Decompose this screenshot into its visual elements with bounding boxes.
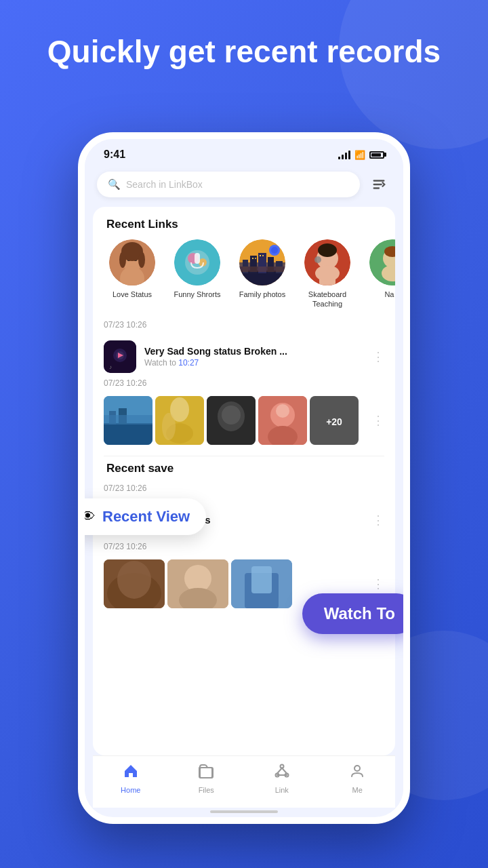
watch-to-text: Watch To [324, 604, 395, 623]
grid-img-2 [155, 396, 204, 445]
avatar-funny-img [174, 239, 220, 285]
nav-label-me: Me [352, 786, 363, 794]
avatar-na-img [369, 239, 395, 285]
home-icon [123, 763, 139, 783]
signal-bars-icon [338, 151, 350, 159]
svg-point-57 [222, 406, 241, 425]
link-item-na[interactable]: Na e [365, 239, 395, 309]
hero-title: Quickly get recent records [7, 34, 481, 70]
record-title-1: Very Sad Song status Broken ... [144, 346, 307, 357]
link-avatar-skate [304, 239, 350, 285]
more-icon-1[interactable]: ⋮ [372, 349, 384, 364]
recent-view-text: Recent View [102, 508, 190, 526]
record-thumb-1: ♪ [104, 340, 136, 373]
bottom-nav: Home Files [93, 755, 395, 808]
record-item-1[interactable]: ♪ Very Sad Song status Broken ... Watch … [93, 335, 395, 378]
save-date-2: 07/23 10:26 [93, 542, 395, 557]
record-info-1: Very Sad Song status Broken ... Watch to… [144, 346, 364, 368]
battery-icon [369, 151, 384, 159]
record-subtitle-1: Watch to 10:27 [144, 358, 364, 368]
svg-rect-27 [262, 255, 264, 256]
nav-label-files: Files [199, 786, 214, 794]
nav-item-home[interactable]: Home [107, 763, 155, 794]
svg-point-10 [138, 252, 145, 268]
svg-text:+20: +20 [326, 416, 342, 427]
grid-img-1 [104, 396, 152, 445]
svg-point-34 [318, 243, 337, 257]
svg-rect-25 [255, 258, 256, 259]
svg-rect-47 [104, 423, 152, 445]
divider-1 [104, 456, 384, 456]
svg-point-82 [354, 766, 360, 771]
nav-item-me[interactable]: Me [333, 763, 381, 794]
link-icon [274, 763, 290, 783]
link-avatar-na [369, 239, 395, 285]
wifi-icon: 📶 [354, 150, 365, 160]
avatar-love-img [109, 239, 155, 285]
link-avatar-love [109, 239, 155, 285]
grid-img-3 [207, 396, 256, 445]
files-icon [198, 763, 214, 783]
recent-links-title: Recent Links [93, 218, 395, 239]
link-avatar-family [239, 239, 285, 285]
save-img-2 [167, 559, 228, 608]
save-img-3 [231, 559, 292, 608]
phone-content: 🔍 Search in LinkBox Recent Links [85, 165, 403, 813]
link-item-funny[interactable]: Funny Shrorts [170, 239, 224, 309]
search-placeholder: Search in LinkBox [126, 179, 203, 190]
svg-rect-15 [195, 253, 200, 264]
record-date-1: 07/23 10:26 [93, 320, 395, 335]
nav-item-link[interactable]: Link [258, 763, 306, 794]
status-time: 9:41 [104, 149, 125, 161]
link-item-love[interactable]: Love Status [105, 239, 159, 309]
home-bar [210, 810, 278, 813]
svg-text:♪: ♪ [109, 364, 112, 370]
search-icon: 🔍 [108, 178, 121, 191]
svg-rect-36 [319, 271, 336, 285]
search-input-wrap[interactable]: 🔍 Search in LinkBox [97, 172, 360, 197]
svg-rect-24 [252, 258, 253, 259]
more-icon-3[interactable]: ⋮ [372, 513, 384, 528]
svg-rect-75 [200, 768, 212, 778]
link-item-family[interactable]: Family photos [235, 239, 289, 309]
avatar-skate-img [304, 239, 350, 285]
recent-view-bubble: 👁 Recent View [78, 498, 206, 535]
record-date-2: 07/23 10:26 [93, 378, 395, 393]
svg-point-35 [314, 256, 321, 263]
svg-rect-74 [251, 566, 272, 593]
svg-rect-26 [260, 255, 261, 256]
search-bar: 🔍 Search in LinkBox [97, 172, 391, 197]
svg-rect-50 [104, 415, 152, 425]
link-label-love: Love Status [113, 290, 152, 299]
main-card: Recent Links [93, 207, 395, 755]
link-label-na: Na e [384, 290, 395, 299]
avatar-family-img [239, 239, 285, 285]
nav-label-home: Home [121, 786, 140, 794]
recent-save-title: Recent save [93, 462, 395, 484]
svg-point-61 [276, 404, 289, 418]
grid-img-plus: +20 [310, 396, 359, 445]
more-icon-4[interactable]: ⋮ [372, 576, 384, 591]
link-label-funny: Funny Shrorts [174, 290, 220, 299]
phone-mockup: 9:41 📶 🔍 Search in LinkBox [78, 132, 410, 824]
sort-icon[interactable] [367, 172, 391, 197]
svg-point-30 [271, 247, 278, 254]
link-label-skate: Skateboard Teaching [300, 290, 354, 309]
grid-img-4 [258, 396, 307, 445]
watch-to-bubble: Watch To [302, 593, 410, 634]
eye-icon: 👁 [81, 508, 96, 526]
link-item-skate[interactable]: Skateboard Teaching [300, 239, 354, 309]
link-avatar-funny [174, 239, 220, 285]
save-date-1: 07/23 10:26 [93, 484, 395, 498]
svg-line-80 [282, 768, 287, 774]
link-label-family: Family photos [239, 290, 285, 299]
svg-point-68 [117, 561, 151, 599]
more-icon-2[interactable]: ⋮ [372, 413, 384, 428]
nav-label-link: Link [275, 786, 289, 794]
nav-item-files[interactable]: Files [182, 763, 230, 794]
status-bar: 9:41 📶 [85, 139, 403, 165]
svg-line-79 [277, 768, 282, 774]
image-grid: +20 ⋮ [93, 393, 395, 453]
save-img-1 [104, 559, 165, 608]
recent-links-scroll: Love Status [93, 239, 395, 320]
